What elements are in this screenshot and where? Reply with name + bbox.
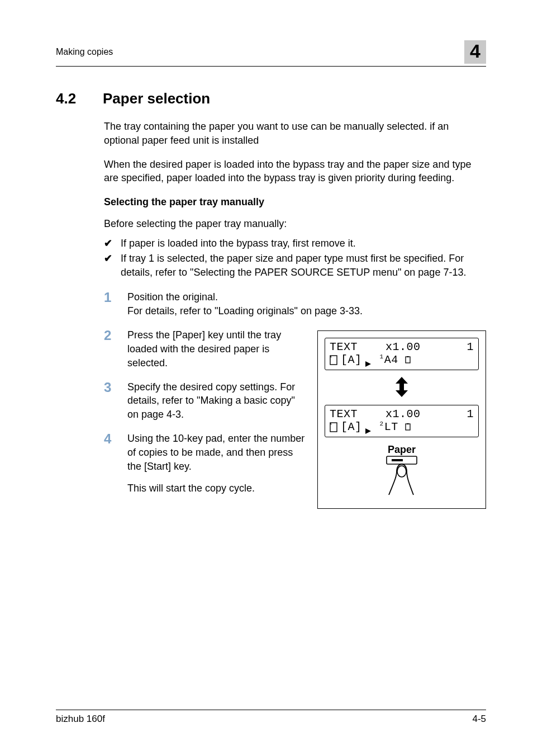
product-name: bizhub 160f [56,714,105,725]
svg-rect-10 [392,459,403,461]
svg-rect-2 [406,357,410,363]
running-head: Making copies 4 [56,40,486,67]
section-number: 4.2 [56,90,87,107]
step-text: Specify the desired copy settings. For d… [127,380,307,422]
chapter-number-badge: 4 [464,40,486,64]
page-icon [330,355,337,365]
svg-point-11 [397,466,406,477]
intro-paragraph-1: The tray containing the paper you want t… [104,120,486,148]
lcd-zoom: x1.00 [386,408,421,420]
step-4: 4 Using the 10-key pad, enter the number… [104,432,307,495]
toggle-arrow-icon [325,377,479,399]
step-3: 3 Specify the desired copy settings. For… [104,380,307,422]
lcd-count: 1 [467,341,474,353]
step-number: 4 [104,432,115,495]
page-number: 4-5 [472,714,486,725]
lcd-display-2: TEXT x1.00 1 [A] [325,405,479,437]
step-2: 2 Press the [Paper] key until the tray l… [104,328,307,370]
running-head-title: Making copies [56,47,113,57]
lcd-paper-size: LT [384,420,398,433]
svg-marker-4 [396,377,408,397]
lcd-display-1: TEXT x1.00 1 [A] [325,338,479,370]
list-item: If tray 1 is selected, the paper size an… [104,252,486,280]
svg-rect-3 [407,356,409,357]
lcd-mode: TEXT [330,408,358,420]
step-number: 2 [104,328,115,370]
paper-key-label: Paper [325,444,479,456]
step-number: 1 [104,290,115,318]
step-4-result: This will start the copy cycle. [127,481,307,495]
step-number: 3 [104,380,115,422]
page-footer: bizhub 160f 4-5 [56,710,486,725]
lcd-zoom: x1.00 [386,341,421,353]
list-item: If paper is loaded into the bypass tray,… [104,237,486,251]
svg-marker-6 [365,428,371,434]
step-1: 1 Position the original. For details, re… [104,290,486,318]
svg-rect-8 [407,423,409,424]
tray-icon [365,357,371,363]
section-title: Paper selection [103,90,210,107]
lcd-count: 1 [467,408,474,420]
step-text: Using the 10-key pad, enter the number o… [127,432,307,495]
step-text: Position the original. For details, refe… [127,290,363,318]
step-text: Press the [Paper] key until the tray loa… [127,328,307,370]
paper-key-figure: TEXT x1.00 1 [A] [317,330,486,509]
tray-icon [365,424,371,430]
subheading: Selecting the paper tray manually [104,195,486,209]
lcd-tray-index: 1 [380,353,384,360]
lcd-mode: TEXT [330,341,358,353]
svg-rect-7 [406,424,410,430]
prerequisite-list: If paper is loaded into the bypass tray,… [104,237,486,279]
before-line: Before selecting the paper tray manually… [104,217,486,231]
section-heading: 4.2 Paper selection [56,90,486,107]
press-key-illustration [325,455,479,500]
lcd-paper-size: A4 [384,353,398,366]
intro-paragraph-2: When the desired paper is loaded into th… [104,158,486,186]
page-icon [330,422,337,432]
lcd-tray-index: 2 [380,420,384,427]
svg-marker-1 [365,361,371,367]
